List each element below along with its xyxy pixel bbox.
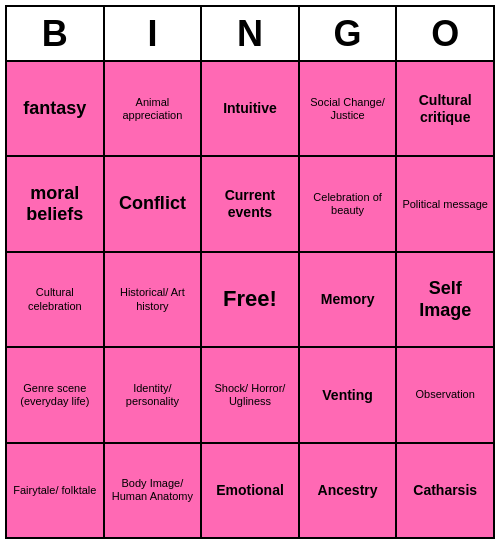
bingo-row-0: fantasyAnimal appreciationIntuitiveSocia… <box>7 62 493 157</box>
bingo-card: BINGO fantasyAnimal appreciationIntuitiv… <box>5 5 495 539</box>
bingo-row-4: Fairytale/ folktaleBody Image/ Human Ana… <box>7 444 493 537</box>
bingo-cell-2-4: Self Image <box>397 253 493 346</box>
bingo-cell-4-3: Ancestry <box>300 444 398 537</box>
bingo-cell-3-1: Identity/ personality <box>105 348 203 441</box>
bingo-cell-2-2: Free! <box>202 253 300 346</box>
bingo-cell-3-2: Shock/ Horror/ Ugliness <box>202 348 300 441</box>
bingo-cell-2-1: Historical/ Art history <box>105 253 203 346</box>
bingo-letter-o: O <box>397 7 493 60</box>
bingo-row-3: Genre scene (everyday life)Identity/ per… <box>7 348 493 443</box>
bingo-cell-1-3: Celebration of beauty <box>300 157 398 250</box>
bingo-cell-2-3: Memory <box>300 253 398 346</box>
bingo-cell-1-0: moral beliefs <box>7 157 105 250</box>
bingo-cell-0-4: Cultural critique <box>397 62 493 155</box>
bingo-letter-i: I <box>105 7 203 60</box>
bingo-grid: fantasyAnimal appreciationIntuitiveSocia… <box>7 62 493 537</box>
bingo-cell-1-2: Current events <box>202 157 300 250</box>
bingo-cell-3-0: Genre scene (everyday life) <box>7 348 105 441</box>
bingo-cell-1-1: Conflict <box>105 157 203 250</box>
bingo-row-1: moral beliefsConflictCurrent eventsCeleb… <box>7 157 493 252</box>
bingo-letter-g: G <box>300 7 398 60</box>
bingo-cell-4-0: Fairytale/ folktale <box>7 444 105 537</box>
bingo-cell-0-2: Intuitive <box>202 62 300 155</box>
bingo-cell-3-3: Venting <box>300 348 398 441</box>
bingo-letter-b: B <box>7 7 105 60</box>
bingo-letter-n: N <box>202 7 300 60</box>
bingo-cell-1-4: Political message <box>397 157 493 250</box>
bingo-cell-4-1: Body Image/ Human Anatomy <box>105 444 203 537</box>
bingo-cell-4-2: Emotional <box>202 444 300 537</box>
bingo-cell-0-1: Animal appreciation <box>105 62 203 155</box>
bingo-row-2: Cultural celebrationHistorical/ Art hist… <box>7 253 493 348</box>
bingo-cell-0-0: fantasy <box>7 62 105 155</box>
bingo-cell-4-4: Catharsis <box>397 444 493 537</box>
bingo-cell-0-3: Social Change/ Justice <box>300 62 398 155</box>
bingo-cell-3-4: Observation <box>397 348 493 441</box>
bingo-header: BINGO <box>7 7 493 62</box>
bingo-cell-2-0: Cultural celebration <box>7 253 105 346</box>
